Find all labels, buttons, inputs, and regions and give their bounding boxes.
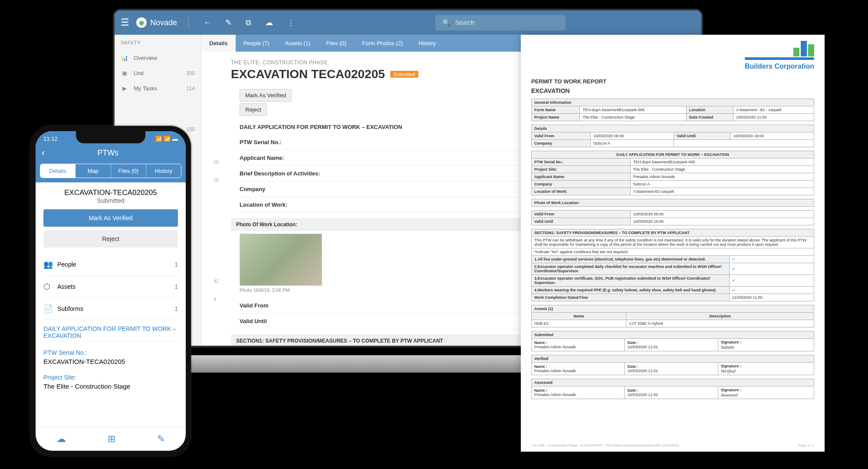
people-icon: 👥 [43, 260, 57, 269]
field-serial-label: PTW Serial No.: [43, 344, 178, 358]
field-site-label: Project Site: [43, 369, 178, 383]
reject-button[interactable]: Reject [240, 103, 267, 116]
edit-icon[interactable]: ✎ [157, 433, 165, 445]
phone-bottom-bar: ☁ ⊞ ✎ [36, 427, 186, 451]
tab-history[interactable]: History [411, 35, 444, 52]
gutter: 16 16 42 4 [214, 59, 231, 338]
tab-photos[interactable]: Form Photos (2) [354, 35, 411, 52]
phone-title: PTWs [50, 149, 166, 158]
more-icon[interactable]: ⋮ [283, 16, 298, 29]
record-status: Submitted [43, 197, 178, 204]
form-link[interactable]: DAILY APPLICATION FOR PERMIT TO WORK – E… [43, 320, 178, 341]
chart-icon: 📊 [121, 55, 128, 61]
copy-icon[interactable]: ⧉ [242, 17, 255, 29]
search-icon: 🔍 [442, 19, 451, 27]
tab-assets[interactable]: Assets (1) [277, 35, 319, 52]
brand-logo-icon: ◉ [136, 17, 147, 28]
record-title: EXCAVATION-TECA020205 [43, 188, 178, 197]
edit-icon[interactable]: ✎ [222, 16, 235, 29]
search-input[interactable] [455, 19, 531, 26]
download-icon[interactable]: ☁ [56, 433, 66, 445]
sidebar-item-mytasks[interactable]: ▶My Tasks114 [115, 81, 201, 96]
field-site-value: The Elite - Construction Stage [43, 383, 178, 393]
ptab-history[interactable]: History [146, 164, 181, 178]
sidebar-header: SAFETY [115, 35, 201, 50]
list-people[interactable]: 👥People1 [43, 254, 178, 276]
verify-button[interactable]: Mark As Verified [240, 89, 292, 102]
play-icon: ▶ [121, 85, 128, 92]
ptab-details[interactable]: Details [40, 164, 76, 178]
phone-verify-button[interactable]: Mark As Verified [43, 209, 178, 227]
unit-icon: ▣ [121, 70, 128, 76]
report-logo: Builders Corporation [745, 41, 814, 70]
back-icon[interactable]: ← [200, 17, 215, 29]
brand-name: Novade [150, 18, 177, 27]
subforms-icon: 📄 [43, 304, 57, 314]
sidebar-item-overview[interactable]: 📊Overview [115, 50, 201, 66]
phone-reject-button[interactable]: Reject [43, 230, 178, 248]
ptab-files[interactable]: Files (0) [111, 164, 146, 178]
back-icon[interactable]: ‹ [42, 147, 45, 159]
assets-icon: ⬡ [43, 282, 57, 291]
list-assets[interactable]: ⬡Assets1 [43, 276, 178, 298]
menu-icon[interactable]: ☰ [121, 17, 129, 28]
report-subtitle: EXCAVATION [531, 87, 814, 94]
ptab-map[interactable]: Map [76, 164, 111, 178]
tab-details[interactable]: Details [201, 35, 236, 52]
signal-icon: 📶 📶 ▬ [155, 135, 178, 142]
tab-people[interactable]: People (7) [236, 35, 277, 52]
work-location-photo[interactable] [240, 234, 322, 286]
top-bar: ☰ ◉ Novade ← ✎ ⧉ ☁ ⋮ 🔍 [115, 10, 701, 35]
tab-files[interactable]: Files (0) [318, 35, 354, 52]
cloud-icon[interactable]: ☁ [262, 16, 276, 29]
field-serial-value: EXCAVATION-TECA020205 [43, 358, 178, 369]
search-field[interactable]: 🔍 [435, 15, 566, 30]
brand: ◉ Novade [136, 17, 177, 28]
pdf-report: Builders Corporation PERMIT TO WORK REPO… [521, 35, 825, 452]
sidebar-item-unit[interactable]: ▣Unit300 [115, 66, 201, 81]
page-title: EXCAVATION TECA020205 [231, 67, 385, 81]
status-badge: Submitted [390, 71, 419, 78]
phone-mockup: 11:12 📶 📶 ▬ ‹ PTWs Details Map Files (0)… [30, 126, 191, 456]
report-title: PERMIT TO WORK REPORT [531, 78, 814, 85]
add-icon[interactable]: ⊞ [108, 433, 115, 445]
list-subforms[interactable]: 📄Subforms1 [43, 298, 178, 320]
